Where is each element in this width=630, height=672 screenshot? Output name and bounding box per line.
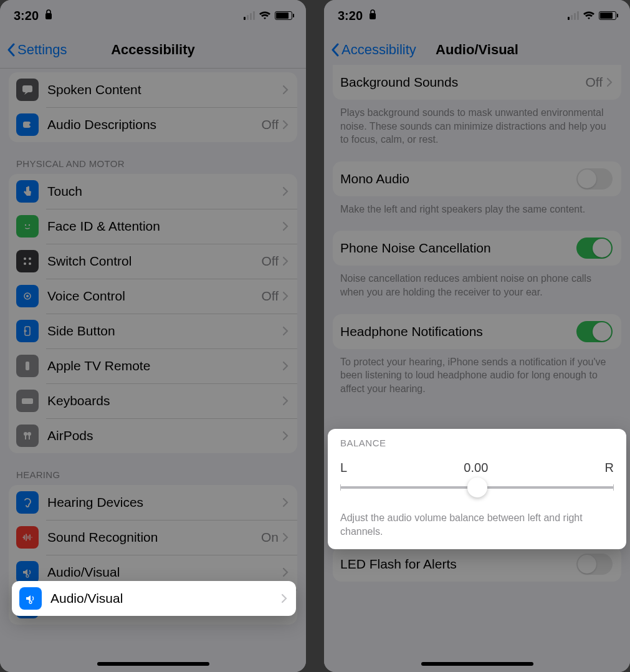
row-label: Voice Control [47,289,261,304]
row-label: Switch Control [47,254,261,269]
cellular-icon [568,11,579,20]
row-label: Touch [47,184,282,199]
row-label: Side Button [47,324,282,338]
row-voice-control[interactable]: Voice Control Off [9,279,297,314]
row-value: Off [261,117,279,132]
highlight-balance: BALANCE L 0.00 R Adjust the audio volume… [328,429,626,549]
voice-icon [16,285,39,307]
row-label: LED Flash for Alerts [340,557,576,572]
back-label: Accessibility [341,42,416,58]
lock-icon [45,9,52,23]
chevron-right-icon [282,186,289,196]
toggle-led-flash[interactable] [576,554,613,575]
row-value: Off [261,289,279,304]
home-indicator[interactable] [421,662,533,666]
slider-thumb[interactable] [467,478,487,497]
row-airpods[interactable]: AirPods [9,418,297,453]
noise-footer: Noise cancellation reduces ambient noise… [333,266,621,299]
svg-point-6 [24,257,26,260]
row-label: Face ID & Attention [47,219,282,234]
balance-slider-row: L 0.00 R [328,452,626,504]
balance-right-label: R [605,461,614,475]
row-noise-cancellation[interactable]: Phone Noise Cancellation [333,231,621,266]
row-hearing-devices[interactable]: Hearing Devices [9,485,297,520]
row-audio-visual-highlight[interactable]: Audio/Visual [12,581,296,616]
row-background-sounds[interactable]: Background Sounds Off [333,65,621,100]
balance-footer: Adjust the audio volume balance between … [328,504,626,549]
svg-point-8 [24,262,26,265]
bg-sounds-footer: Plays background sounds to mask unwanted… [333,100,621,146]
toggle-mono-audio[interactable] [576,168,613,190]
side-button-icon [16,320,39,342]
speaker-eye-icon [19,587,42,610]
phone-accessibility-screen: 3:20 Settings Accessibility [0,0,306,672]
chevron-right-icon [282,221,289,231]
chevron-right-icon [606,77,613,87]
chevron-right-icon [282,567,289,577]
chevron-right-icon [282,85,289,95]
row-label: Audio/Visual [50,591,281,606]
chevron-right-icon [282,256,289,266]
svg-point-3 [29,123,32,126]
balance-header: BALANCE [328,429,626,452]
row-apple-tv-remote[interactable]: Apple TV Remote [9,348,297,383]
speaker-eye-icon [16,561,39,583]
balance-value: 0.00 [464,461,488,475]
row-led-flash[interactable]: LED Flash for Alerts [333,547,621,582]
svg-point-23 [29,601,32,603]
section-hearing: HEARING [9,453,297,485]
phone-audio-visual-screen: 3:20 Accessibility Audio/Visual [324,0,630,672]
mono-footer: Make the left and right speakers play th… [333,196,621,216]
toggle-noise-cancellation[interactable] [576,238,613,259]
row-touch[interactable]: Touch [9,174,297,209]
row-label: Audio/Visual [47,565,282,580]
row-label: Sound Recognition [47,530,261,545]
switch-icon [16,250,39,272]
chevron-right-icon [282,532,289,542]
wifi-icon [259,9,271,23]
nav-bar: Accessibility Audio/Visual [324,31,630,69]
home-indicator[interactable] [97,662,209,666]
battery-icon [275,11,292,20]
status-time: 3:20 [338,9,363,23]
svg-rect-16 [25,435,26,439]
chevron-right-icon [281,593,287,603]
svg-point-5 [29,224,30,226]
row-label: Apple TV Remote [47,358,282,373]
row-audio-descriptions[interactable]: Audio Descriptions Off [9,107,297,142]
row-side-button[interactable]: Side Button [9,314,297,348]
face-id-icon [16,215,39,238]
battery-icon [599,11,616,20]
row-face-id[interactable]: Face ID & Attention [9,209,297,244]
row-switch-control[interactable]: Switch Control Off [9,244,297,279]
chevron-right-icon [282,431,289,441]
chevron-right-icon [282,396,289,406]
svg-rect-13 [26,362,29,370]
row-keyboards[interactable]: Keyboards [9,383,297,418]
chevron-right-icon [282,291,289,301]
svg-point-4 [25,224,26,226]
svg-rect-1 [22,85,32,92]
row-value: On [261,530,279,545]
row-headphone-notifications[interactable]: Headphone Notifications [333,314,621,349]
airpods-icon [16,425,39,447]
row-sound-recognition[interactable]: Sound Recognition On [9,520,297,555]
speech-bubble-icon [16,79,39,101]
svg-rect-0 [45,13,52,19]
row-label: Keyboards [47,393,282,408]
row-value: Off [585,75,603,90]
row-label: Phone Noise Cancellation [340,241,576,256]
back-label: Settings [17,42,67,58]
row-spoken-content[interactable]: Spoken Content [9,72,297,107]
balance-slider[interactable] [340,486,614,489]
row-label: Hearing Devices [47,495,282,510]
chevron-right-icon [282,326,289,336]
waveform-icon [16,526,39,549]
status-bar: 3:20 [0,0,306,31]
svg-point-11 [26,295,29,297]
toggle-headphone-notifications[interactable] [576,321,613,342]
back-button[interactable]: Settings [0,42,67,58]
svg-point-7 [29,257,31,260]
row-mono-audio[interactable]: Mono Audio [333,161,621,196]
back-button[interactable]: Accessibility [324,42,416,58]
